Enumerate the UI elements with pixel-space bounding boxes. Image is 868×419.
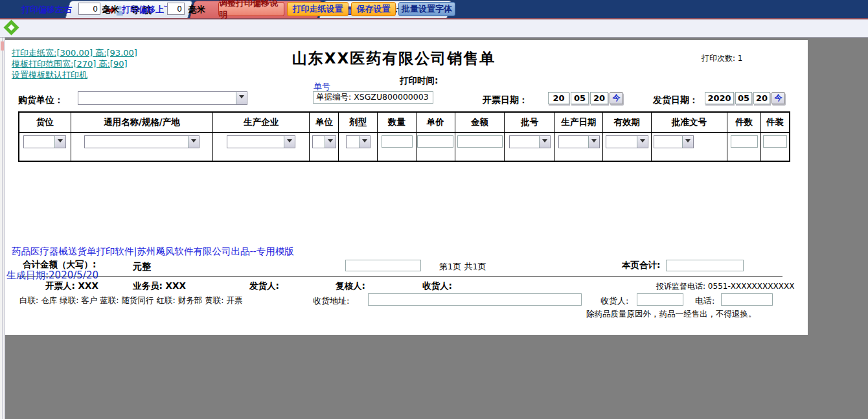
copies-legend: 白联: 仓库 绿联: 客户 蓝联: 随货同行 红联: 财务部 黄联: 开票 (19, 295, 242, 306)
issuer-label: 开票人: XXX (45, 280, 98, 292)
page-total-label: 本页合计: (622, 260, 660, 271)
table-header-row: 货位 通用名称/规格/产地 生产企业 单位 剂型 数量 单价 金额 批号 生产日… (19, 113, 789, 133)
col-header-package-size: 件装 (761, 113, 789, 132)
invoice-date-year[interactable]: 20 (548, 92, 569, 104)
items-table: 货位 通用名称/规格/产地 生产企业 单位 剂型 数量 单价 金额 批号 生产日… (18, 111, 790, 162)
batch-font-button[interactable]: 批量设置字体 (398, 2, 455, 16)
batch-no-combobox[interactable] (509, 135, 551, 148)
checker-label: 复核人: (336, 280, 365, 292)
dosage-form-combobox[interactable] (346, 135, 371, 148)
order-no-field[interactable]: 单据编号: XSGZU800000003 (313, 91, 433, 104)
ship-date-day[interactable]: 20 (753, 92, 770, 104)
offset-ud-label: 打印偏移上下 (122, 4, 172, 16)
total-amount-cn-unit: 元整 (133, 261, 151, 273)
receiver2-label: 收货人: (600, 295, 628, 307)
col-header-dosage-form: 剂型 (339, 113, 378, 132)
expiry-combobox[interactable] (606, 135, 648, 148)
main-area: 打印走纸宽:[300.00] 高:[93.00] 模板打印范围宽:[270] 高… (0, 38, 868, 419)
unit-combobox[interactable] (312, 135, 336, 148)
col-header-prod-date: 生产日期 (555, 113, 603, 132)
no-return-notice: 除药品质量原因外，药品一经售出，不得退换。 (586, 309, 757, 320)
col-header-unit: 单位 (310, 113, 339, 132)
left-gutter (0, 38, 5, 419)
offset-lr-label: 打印偏移左右 (21, 4, 72, 16)
ship-date-month[interactable]: 05 (735, 92, 752, 104)
col-header-amount: 金额 (455, 113, 505, 132)
ship-date-today-button[interactable]: 今 (771, 92, 785, 104)
col-header-expiry: 有效期 (603, 113, 652, 132)
col-header-manufacturer: 生产企业 (213, 113, 310, 132)
invoice-date-day[interactable]: 20 (590, 92, 608, 104)
package-size-input[interactable] (763, 135, 787, 148)
toolbar (0, 19, 868, 38)
print-time-label: 打印时间: (400, 75, 438, 87)
sales-order-document: 打印走纸宽:[300.00] 高:[93.00] 模板打印范围宽:[270] 高… (5, 40, 808, 335)
invoice-date-month[interactable]: 05 (571, 92, 589, 104)
col-header-name-spec: 通用名称/规格/产地 (71, 113, 213, 132)
page-info: 第1页 共1页 (439, 261, 486, 273)
phone-label: 电话: (695, 295, 714, 307)
location-combobox[interactable] (23, 135, 66, 148)
prod-date-combobox[interactable] (558, 135, 600, 148)
name-spec-combobox[interactable] (84, 135, 200, 148)
ship-date-year[interactable]: 2020 (705, 92, 734, 104)
chevron-down-icon[interactable] (236, 92, 247, 104)
col-header-batch-no: 批号 (505, 113, 555, 132)
shipper-label: 发货人: (249, 280, 279, 292)
offset-lr-input[interactable] (78, 3, 100, 15)
col-header-quantity: 数量 (378, 113, 417, 132)
phone-field[interactable] (721, 293, 773, 306)
invoice-date-today-button[interactable]: 今 (610, 92, 623, 104)
default-printer-link[interactable]: 设置模板默认打印机 (12, 69, 137, 80)
footer-divider (18, 277, 782, 277)
mm-label-2: 毫米 (188, 4, 205, 16)
print-count: 打印次数: 1 (702, 53, 743, 64)
col-header-package-count: 件数 (727, 113, 761, 132)
unit-price-input[interactable] (417, 135, 453, 148)
document-title: 山东XX医药有限公司销售单 (5, 49, 782, 69)
page-total-field[interactable] (666, 260, 744, 271)
paper-feed-settings-button[interactable]: 打印走纸设置 (287, 2, 348, 16)
buyer-combobox[interactable] (78, 91, 247, 105)
col-header-approval-no: 批准文号 (652, 113, 728, 132)
invoice-date-label: 开票日期： (483, 95, 528, 106)
gutter-mark (1, 41, 4, 51)
receiver-label: 收货人: (422, 280, 452, 292)
offset-ud-input[interactable] (167, 3, 185, 15)
quantity-input[interactable] (382, 135, 413, 148)
buyer-label: 购货单位： (18, 95, 63, 106)
ship-address-field[interactable] (368, 293, 582, 306)
complaint-phone: 投诉监督电话: 0551-XXXXXXXXXXXX (656, 281, 794, 292)
package-count-input[interactable] (731, 135, 758, 148)
save-settings-button[interactable]: 保存设置 (351, 2, 396, 16)
salesman-label: 业务员: XXX (133, 280, 186, 292)
manufacturer-combobox[interactable] (227, 135, 295, 148)
approval-no-combobox[interactable] (654, 135, 694, 148)
ship-date-label: 发货日期： (653, 95, 698, 106)
adjust-offset-help-button[interactable]: 调整打印偏移说明 (218, 2, 284, 16)
ship-address-label: 收货地址: (313, 295, 349, 307)
mm-label-1: 毫米 (102, 4, 119, 16)
col-header-location: 货位 (19, 113, 71, 132)
total-amount-field[interactable] (345, 260, 421, 271)
receiver-field[interactable] (637, 293, 683, 306)
software-credit-line: 药品医疗器械送货单打印软件|苏州飚风软件有限公司出品--专用模版 (12, 245, 294, 258)
table-entry-row (19, 133, 789, 161)
amount-input[interactable] (457, 135, 503, 148)
col-header-unit-price: 单价 (417, 113, 455, 132)
